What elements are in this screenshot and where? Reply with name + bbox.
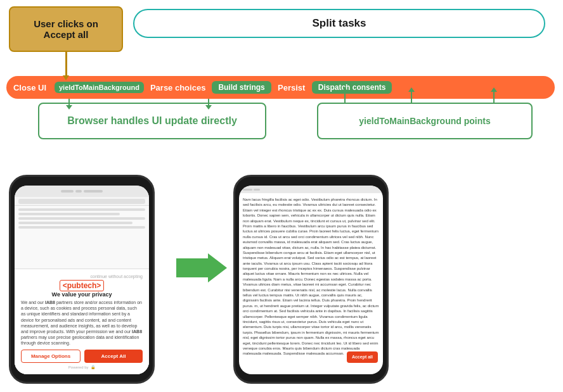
yield-arrow-2 (411, 92, 412, 103)
user-clicks-box: User clicks onAccept all (9, 6, 123, 52)
cmp-buttons: Manage Options Accept All (21, 350, 143, 363)
yield-arrow-3 (493, 92, 495, 103)
phone-1-status-bar (15, 186, 149, 197)
phone-2-screen: Nam lacus fringilla facilisis ac eget od… (239, 186, 383, 374)
phone-2-article: Nam lacus fringilla facilisis ac eget od… (239, 193, 383, 374)
user-to-pipeline-arrow (65, 52, 67, 76)
user-clicks-label: User clicks onAccept all (34, 18, 98, 40)
phone-1-notch (66, 177, 98, 183)
phone-1-bg-article (15, 206, 149, 233)
phone-1-urlbar (15, 197, 149, 206)
cmp-dialog: continue without accepting <pubtech> We … (15, 269, 149, 374)
privacy-heading: We value your privacy (21, 291, 143, 298)
pipeline-parse-choices: Parse choices (145, 76, 210, 99)
pipeline-build-strings-badge: Build strings (212, 81, 271, 94)
phone-2-notch (295, 177, 327, 183)
phone-1-screen: continue without accepting <pubtech> We … (15, 186, 149, 374)
bh-arrow-right (208, 99, 209, 105)
cmp-notice: continue without accepting (21, 274, 143, 279)
cmp-body: We and our IAB8 partners store and/or ac… (21, 300, 143, 346)
powered-by: Powered by 🔒 (21, 365, 143, 369)
diagram-section: User clicks onAccept all Split tasks Clo… (0, 0, 563, 171)
browser-handles-box: Browser handles UI update directly (38, 103, 266, 139)
pipeline-yield1-badge: yieldToMainBackground (55, 82, 144, 93)
transition-arrow (176, 252, 227, 284)
accept-all-button[interactable]: Accept All (84, 350, 143, 363)
svg-marker-0 (176, 253, 227, 282)
pubtech-logo: <pubtech> (21, 281, 143, 290)
bh-arrow-left (68, 99, 70, 105)
pipeline-persist: Persist (273, 76, 311, 99)
manage-options-button[interactable]: Manage Options (21, 350, 81, 363)
pipeline-bar: Close UI yieldToMainBackground Parse cho… (6, 76, 555, 99)
pipeline-dispatch-badge: Dispatch consents (312, 81, 392, 94)
yield-arrow-1 (344, 92, 346, 103)
phone-2-accept-btn[interactable]: Accept all (347, 351, 378, 363)
pipeline-close-ui: Close UI (6, 76, 53, 99)
phone-2: Nam lacus fringilla facilisis ac eget od… (233, 175, 389, 384)
split-tasks-pill: Split tasks (133, 9, 545, 38)
yield-points-box: yieldToMainBackground points (317, 103, 533, 139)
phone-1-content: continue without accepting <pubtech> We … (15, 206, 149, 374)
phone-2-status-bar (239, 186, 383, 193)
split-tasks-label: Split tasks (312, 17, 366, 30)
phones-section: continue without accepting <pubtech> We … (0, 170, 563, 392)
phone-1: continue without accepting <pubtech> We … (9, 175, 155, 384)
